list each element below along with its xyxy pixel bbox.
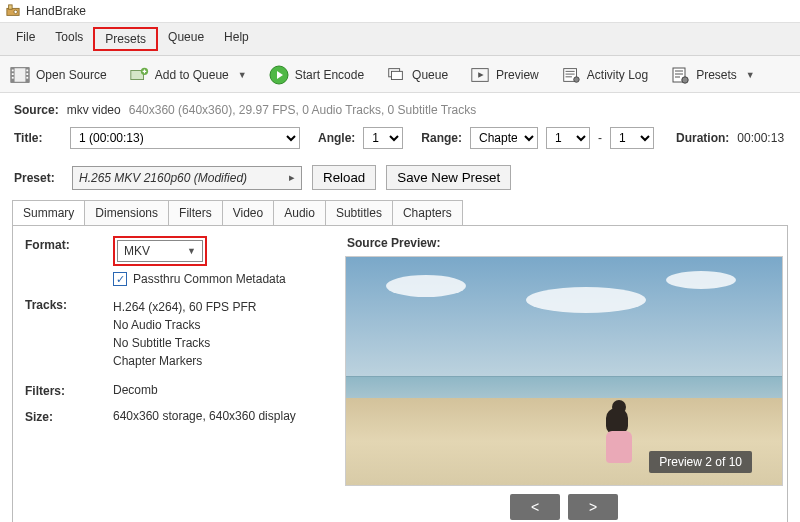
add-to-queue-label: Add to Queue [155,68,229,82]
preview-label-btn: Preview [496,68,539,82]
range-dash: - [598,131,602,145]
menu-queue[interactable]: Queue [158,27,214,51]
summary-left: Format: MKV ▼ ✓ Passthru Common Metadata… [23,236,333,520]
passthru-label: Passthru Common Metadata [133,272,286,286]
range-type-select[interactable]: Chapters [470,127,538,149]
toolbar: Open Source Add to Queue ▼ Start Encode … [0,56,800,93]
title-bar: HandBrake [0,0,800,22]
size-value: 640x360 storage, 640x360 display [113,409,333,423]
tab-dimensions[interactable]: Dimensions [84,200,169,225]
svg-point-2 [14,10,18,14]
presets-toolbar-label: Presets [696,68,737,82]
app-icon [6,4,20,18]
tracks-line-3: No Subtitle Tracks [113,336,333,350]
menu-tools[interactable]: Tools [45,27,93,51]
preview-image[interactable]: Preview 2 of 10 [345,256,783,486]
preview-pane: Source Preview: Preview 2 of 10 < > [333,236,783,520]
play-icon [269,66,289,84]
log-icon [561,66,581,84]
tab-audio[interactable]: Audio [273,200,326,225]
start-encode-button[interactable]: Start Encode [265,64,368,86]
activity-log-button[interactable]: Activity Log [557,64,652,86]
menu-presets[interactable]: Presets [93,27,158,51]
title-label: Title: [14,131,62,145]
queue-button[interactable]: Queue [382,64,452,86]
open-source-button[interactable]: Open Source [6,64,111,86]
preview-subject [606,400,632,463]
range-label: Range: [421,131,462,145]
format-select[interactable]: MKV ▼ [117,240,203,262]
preview-prev-button[interactable]: < [510,494,560,520]
angle-select[interactable]: 1 [363,127,403,149]
svg-rect-8 [12,77,14,79]
queue-icon [386,66,406,84]
menu-help[interactable]: Help [214,27,259,51]
menu-bar: File Tools Presets Queue Help [0,22,800,56]
source-value: mkv video [67,103,121,117]
save-new-preset-button[interactable]: Save New Preset [386,165,511,190]
filters-row: Filters: Decomb [23,382,333,398]
activity-log-label: Activity Log [587,68,648,82]
range-to-select[interactable]: 1 [610,127,654,149]
format-label: Format: [23,236,113,252]
svg-point-21 [682,77,688,83]
passthru-checkbox[interactable]: ✓ Passthru Common Metadata [113,272,333,286]
open-source-label: Open Source [36,68,107,82]
tracks-row: Tracks: H.264 (x264), 60 FPS PFR No Audi… [23,296,333,372]
preview-nav: < > [345,494,783,520]
start-encode-label: Start Encode [295,68,364,82]
preview-button[interactable]: Preview [466,64,543,86]
tab-video[interactable]: Video [222,200,274,225]
reload-button[interactable]: Reload [312,165,376,190]
preset-row: Preset: H.265 MKV 2160p60 (Modified) ▸ R… [0,165,800,200]
tracks-label: Tracks: [23,296,113,312]
filters-label: Filters: [23,382,113,398]
tracks-line-1: H.264 (x264), 60 FPS PFR [113,300,333,314]
preview-next-button[interactable]: > [568,494,618,520]
size-label: Size: [23,408,113,424]
svg-rect-16 [392,71,403,79]
preview-icon [470,66,490,84]
svg-rect-1 [9,5,13,9]
add-to-queue-button[interactable]: Add to Queue ▼ [125,64,251,86]
tab-chapters[interactable]: Chapters [392,200,463,225]
checkbox-icon: ✓ [113,272,127,286]
tracks-lines: H.264 (x264), 60 FPS PFR No Audio Tracks… [113,296,333,372]
chevron-down-icon[interactable]: ▼ [238,70,247,80]
format-value: MKV [124,244,150,258]
preset-select[interactable]: H.265 MKV 2160p60 (Modified) ▸ [72,166,302,190]
svg-rect-11 [26,77,28,79]
svg-rect-9 [26,70,28,72]
tracks-line-2: No Audio Tracks [113,318,333,332]
app-title: HandBrake [26,4,86,18]
svg-point-19 [574,77,579,82]
tracks-line-4: Chapter Markers [113,354,333,368]
range-from-select[interactable]: 1 [546,127,590,149]
title-line: Title: 1 (00:00:13) Angle: 1 Range: Chap… [14,127,786,149]
film-icon [10,66,30,84]
size-row: Size: 640x360 storage, 640x360 display [23,408,333,424]
svg-rect-6 [12,70,14,72]
menu-file[interactable]: File [6,27,45,51]
title-select[interactable]: 1 (00:00:13) [70,127,300,149]
filters-value: Decomb [113,383,333,397]
chevron-down-icon[interactable]: ▼ [746,70,755,80]
presets-toolbar-button[interactable]: Presets ▼ [666,64,759,86]
chevron-right-icon: ▸ [289,171,295,184]
presets-icon [670,66,690,84]
source-label: Source: [14,103,59,117]
svg-rect-10 [26,73,28,75]
format-row: Format: MKV ▼ ✓ Passthru Common Metadata [23,236,333,286]
angle-label: Angle: [318,131,355,145]
tab-summary[interactable]: Summary [12,200,85,225]
svg-rect-7 [12,73,14,75]
duration-label: Duration: [676,131,729,145]
add-queue-icon [129,66,149,84]
meta-area: Source: mkv video 640x360 (640x360), 29.… [0,93,800,165]
source-line: Source: mkv video 640x360 (640x360), 29.… [14,103,786,117]
tab-subtitles[interactable]: Subtitles [325,200,393,225]
tab-filters[interactable]: Filters [168,200,223,225]
preset-label: Preset: [14,171,62,185]
preset-value: H.265 MKV 2160p60 (Modified) [79,171,247,185]
tab-panel-summary: Format: MKV ▼ ✓ Passthru Common Metadata… [12,225,788,522]
